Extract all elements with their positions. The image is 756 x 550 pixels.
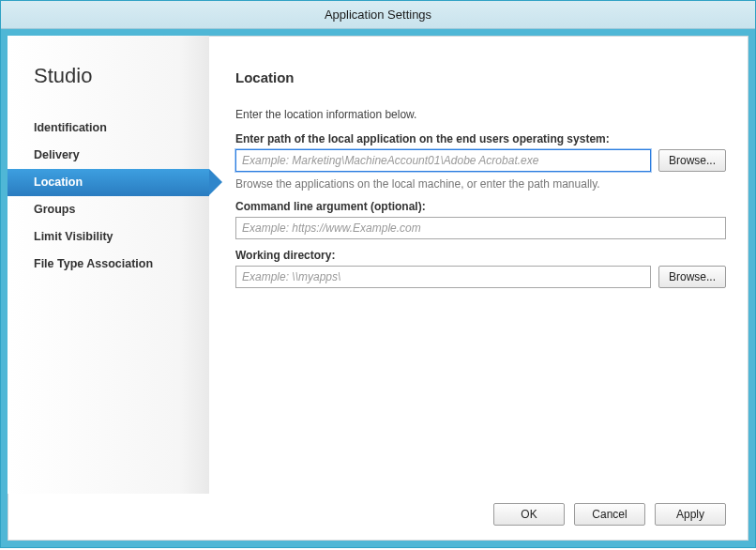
nav: Identification Delivery Location Groups [8, 115, 209, 278]
sidebar-item-label: Location [34, 176, 83, 189]
sidebar-item-label: Groups [34, 203, 75, 216]
path-input[interactable] [235, 149, 651, 172]
sidebar-item-limit-visibility[interactable]: Limit Visibility [8, 223, 209, 251]
sidebar-item-identification[interactable]: Identification [8, 115, 209, 142]
sidebar-item-groups[interactable]: Groups [8, 196, 209, 223]
sidebar-item-label: Limit Visibility [34, 230, 113, 243]
sidebar-title: Studio [8, 64, 209, 115]
ok-button[interactable]: OK [493, 503, 565, 526]
cmd-input[interactable] [235, 217, 726, 239]
cmd-row [235, 217, 726, 239]
sidebar-item-file-type-association[interactable]: File Type Association [8, 251, 209, 278]
app-settings-window: Application Settings Studio Identificati… [0, 0, 756, 548]
sidebar-item-label: Identification [34, 121, 107, 134]
cmd-label: Command line argument (optional): [235, 200, 726, 213]
path-row: Browse... [235, 149, 726, 172]
workdir-row: Browse... [235, 266, 726, 288]
workdir-label: Working directory: [235, 249, 726, 262]
window-chrome: Studio Identification Delivery Location … [1, 29, 755, 547]
footer: OK Cancel Apply [8, 494, 748, 541]
page-title: Location [235, 69, 726, 85]
intro-text: Enter the location information below. [235, 108, 726, 121]
window-title: Application Settings [325, 8, 431, 22]
cancel-button[interactable]: Cancel [574, 503, 645, 526]
sidebar: Studio Identification Delivery Location … [8, 36, 209, 494]
content-area: Studio Identification Delivery Location … [8, 36, 748, 541]
sidebar-item-location[interactable]: Location [8, 169, 209, 196]
body: Studio Identification Delivery Location … [8, 36, 748, 494]
apply-button[interactable]: Apply [655, 503, 726, 526]
main-panel: Location Enter the location information … [209, 36, 748, 494]
browse-path-button[interactable]: Browse... [658, 149, 726, 172]
sidebar-item-label: Delivery [34, 148, 80, 161]
workdir-input[interactable] [235, 266, 651, 288]
path-label: Enter path of the local application on t… [235, 132, 726, 145]
path-hint: Browse the applications on the local mac… [235, 177, 726, 191]
titlebar[interactable]: Application Settings [1, 1, 755, 29]
sidebar-item-delivery[interactable]: Delivery [8, 142, 209, 169]
sidebar-item-label: File Type Association [34, 257, 153, 270]
browse-workdir-button[interactable]: Browse... [658, 266, 726, 288]
